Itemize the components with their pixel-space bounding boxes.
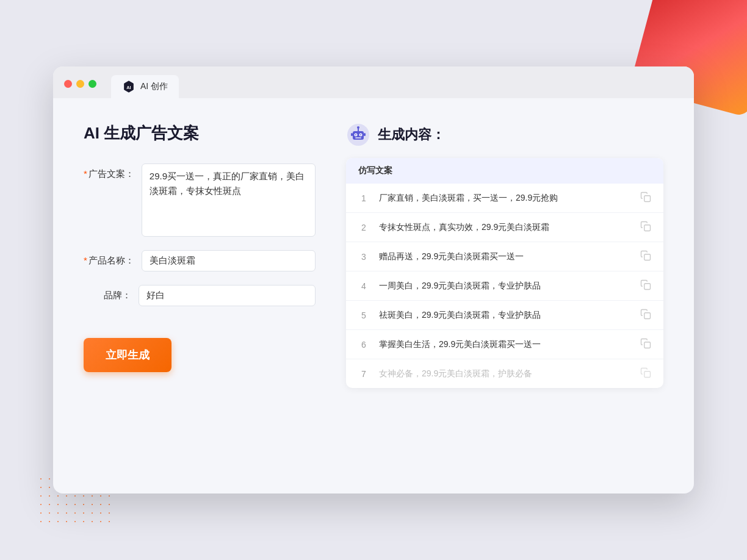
- row-number: 6: [358, 340, 369, 350]
- svg-point-6: [355, 134, 356, 135]
- svg-rect-12: [364, 133, 366, 136]
- ad-copy-input[interactable]: [142, 163, 316, 237]
- ad-copy-label: *广告文案：: [84, 163, 142, 180]
- product-name-group: *产品名称：: [84, 250, 316, 271]
- row-number: 5: [358, 311, 369, 320]
- row-text: 祛斑美白，29.9元美白淡斑霜，专业护肤品: [379, 309, 630, 321]
- svg-rect-16: [644, 284, 651, 290]
- ad-copy-group: *广告文案：: [84, 163, 316, 237]
- row-text: 赠品再送，29.9元美白淡斑霜买一送一: [379, 250, 630, 263]
- svg-rect-17: [644, 313, 651, 319]
- right-panel: 生成内容： 仿写文案 1厂家直销，美白淡斑霜，买一送一，29.9元抢购2专抹女性…: [346, 123, 663, 388]
- tab-label: AI 创作: [140, 81, 168, 92]
- svg-rect-14: [644, 225, 651, 231]
- results-table: 仿写文案 1厂家直销，美白淡斑霜，买一送一，29.9元抢购2专抹女性斑点，真实功…: [346, 158, 663, 388]
- required-star-product: *: [84, 255, 87, 265]
- results-title: 生成内容：: [378, 126, 445, 144]
- row-number: 3: [358, 252, 369, 262]
- ai-tab-icon: AI: [122, 80, 135, 93]
- svg-point-7: [360, 134, 361, 135]
- svg-rect-18: [644, 342, 651, 348]
- table-row: 2专抹女性斑点，真实功效，29.9元美白淡斑霜: [346, 213, 663, 242]
- generate-button[interactable]: 立即生成: [84, 338, 171, 372]
- row-number: 1: [358, 193, 369, 203]
- table-row: 5祛斑美白，29.9元美白淡斑霜，专业护肤品: [346, 301, 663, 330]
- copy-icon[interactable]: [640, 367, 651, 380]
- svg-rect-13: [644, 196, 651, 202]
- brand-label: 品牌：: [84, 285, 139, 301]
- svg-point-10: [357, 126, 359, 129]
- table-row: 1厂家直销，美白淡斑霜，买一送一，29.9元抢购: [346, 184, 663, 213]
- table-row: 3赠品再送，29.9元美白淡斑霜买一送一: [346, 242, 663, 271]
- copy-icon[interactable]: [640, 192, 651, 204]
- page-title: AI 生成广告文案: [84, 123, 316, 144]
- brand-input[interactable]: [139, 285, 316, 306]
- copy-icon[interactable]: [640, 338, 651, 351]
- maximize-button[interactable]: [88, 80, 96, 88]
- table-row: 4一周美白，29.9元美白淡斑霜，专业护肤品: [346, 271, 663, 301]
- product-name-input[interactable]: [142, 250, 316, 271]
- left-panel: AI 生成广告文案 *广告文案： *产品名称： 品牌： 立: [84, 123, 316, 388]
- svg-rect-15: [644, 254, 651, 260]
- svg-rect-11: [351, 133, 353, 136]
- results-list: 1厂家直销，美白淡斑霜，买一送一，29.9元抢购2专抹女性斑点，真实功效，29.…: [346, 184, 663, 388]
- close-button[interactable]: [64, 80, 72, 88]
- copy-icon[interactable]: [640, 309, 651, 321]
- results-header: 生成内容：: [346, 123, 663, 147]
- svg-text:AI: AI: [126, 85, 131, 90]
- product-name-label: *产品名称：: [84, 250, 142, 267]
- traffic-lights: [64, 80, 96, 94]
- table-header: 仿写文案: [346, 158, 663, 184]
- svg-rect-19: [644, 372, 651, 378]
- brand-group: 品牌：: [84, 285, 316, 306]
- robot-icon: [346, 123, 370, 147]
- row-number: 4: [358, 281, 369, 291]
- required-star-ad: *: [84, 168, 87, 179]
- row-number: 2: [358, 223, 369, 232]
- row-text: 专抹女性斑点，真实功效，29.9元美白淡斑霜: [379, 221, 630, 234]
- copy-icon[interactable]: [640, 250, 651, 263]
- browser-content: AI 生成广告文案 *广告文案： *产品名称： 品牌： 立: [53, 98, 694, 412]
- svg-rect-8: [355, 137, 361, 138]
- minimize-button[interactable]: [76, 80, 84, 88]
- row-text: 女神必备，29.9元美白淡斑霜，护肤必备: [379, 367, 630, 380]
- row-number: 7: [358, 369, 369, 379]
- row-text: 厂家直销，美白淡斑霜，买一送一，29.9元抢购: [379, 192, 630, 204]
- row-text: 掌握美白生活，29.9元美白淡斑霜买一送一: [379, 338, 630, 351]
- browser-chrome: AI AI 创作: [53, 66, 694, 98]
- row-text: 一周美白，29.9元美白淡斑霜，专业护肤品: [379, 279, 630, 292]
- browser-window: AI AI 创作 AI 生成广告文案 *广告文案： *产品名称：: [53, 66, 694, 494]
- table-row: 7女神必备，29.9元美白淡斑霜，护肤必备: [346, 359, 663, 388]
- copy-icon[interactable]: [640, 279, 651, 292]
- browser-tab[interactable]: AI AI 创作: [111, 75, 179, 98]
- copy-icon[interactable]: [640, 221, 651, 234]
- table-row: 6掌握美白生活，29.9元美白淡斑霜买一送一: [346, 330, 663, 359]
